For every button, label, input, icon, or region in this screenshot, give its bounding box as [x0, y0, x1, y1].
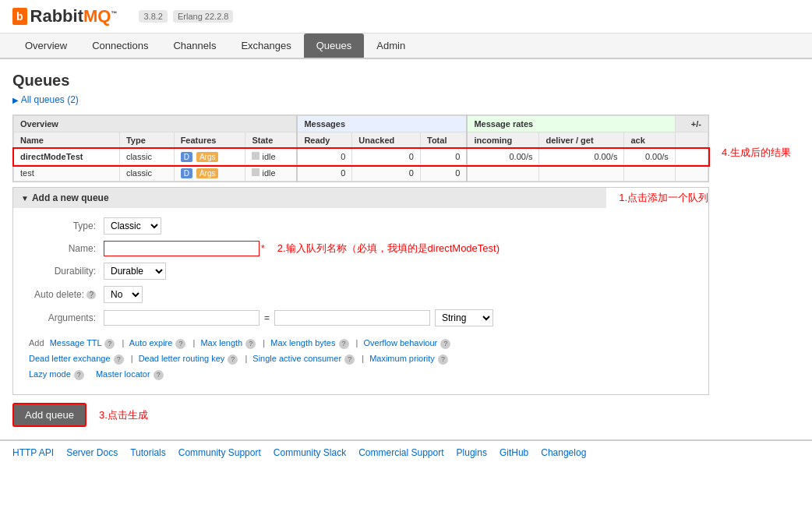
th-ack: ack: [624, 132, 675, 149]
add-links: Add Message TTL ? | Auto expire ? | Max …: [26, 333, 696, 385]
required-marker: *: [261, 243, 265, 254]
cell-name[interactable]: directModeTest: [14, 149, 120, 165]
dlrk-help[interactable]: ?: [228, 355, 238, 365]
erlang-badge: Erlang 22.2.8: [173, 10, 233, 23]
link-lazy-mode[interactable]: Lazy mode: [29, 369, 71, 379]
name-input[interactable]: [104, 241, 259, 256]
cell-unacked: 0: [352, 165, 421, 182]
nav-queues[interactable]: Queues: [304, 34, 365, 58]
lazy-help[interactable]: ?: [74, 370, 84, 380]
queues-table-wrapper: Overview Messages Message rates +/- Name…: [12, 115, 709, 182]
durable-checkbox: [252, 152, 259, 160]
col-header-overview: Overview: [14, 116, 298, 132]
col-header-messages: Messages: [297, 116, 467, 132]
auto-delete-help[interactable]: ?: [86, 291, 96, 299]
cell-state: idle: [245, 149, 297, 165]
type-label: Type:: [26, 220, 104, 231]
table-row[interactable]: test classic D Args idle 0 0: [14, 165, 708, 182]
footer-tutorials[interactable]: Tutorials: [130, 447, 166, 458]
max-length-bytes-help[interactable]: ?: [339, 339, 349, 349]
footer-server-docs[interactable]: Server Docs: [66, 447, 118, 458]
th-deliver-get: deliver / get: [539, 132, 624, 149]
add-queue-button[interactable]: Add queue: [12, 403, 86, 427]
footer-github[interactable]: GitHub: [500, 447, 528, 458]
annotation-step4: 4.生成后的结果: [722, 115, 800, 160]
cell-type: classic: [119, 165, 174, 182]
nav-connections[interactable]: Connections: [79, 34, 161, 58]
main-nav: Overview Connections Channels Exchanges …: [0, 34, 812, 59]
form-row-arguments: Arguments: = String Number Boolean: [26, 309, 696, 326]
auto-delete-select[interactable]: No Yes: [104, 286, 143, 303]
th-incoming: incoming: [467, 132, 539, 149]
th-ready: Ready: [297, 132, 351, 149]
ml-help[interactable]: ?: [154, 370, 164, 380]
add-queue-button-row: Add queue 3.点击生成: [12, 403, 709, 427]
version-badge: 3.8.2: [139, 10, 167, 23]
cell-ack: 0.00/s: [624, 149, 675, 165]
cell-incoming: 0.00/s: [467, 149, 539, 165]
app-header: b RabbitMQ™ 3.8.2 Erlang 22.2.8: [0, 0, 812, 34]
logo: b RabbitMQ™: [12, 6, 117, 26]
durability-select[interactable]: Durable Transient: [104, 263, 166, 280]
all-queues-toggle[interactable]: All queues (2): [12, 94, 800, 105]
arguments-control: = String Number Boolean: [104, 309, 493, 326]
footer-community-slack[interactable]: Community Slack: [274, 447, 346, 458]
form-row-type: Type: Classic Quorum: [26, 217, 696, 235]
dle-help[interactable]: ?: [114, 355, 124, 365]
nav-exchanges[interactable]: Exchanges: [228, 34, 303, 58]
cell-total: 0: [420, 149, 467, 165]
plus-minus[interactable]: +/-: [675, 116, 708, 132]
cell-ready: 0: [297, 149, 351, 165]
nav-channels[interactable]: Channels: [161, 34, 228, 58]
link-max-length[interactable]: Max length: [200, 338, 242, 347]
link-auto-expire[interactable]: Auto expire: [129, 338, 173, 347]
footer-commercial-support[interactable]: Commercial Support: [358, 447, 443, 458]
auto-delete-control: No Yes: [104, 286, 143, 303]
overflow-help[interactable]: ?: [440, 339, 450, 349]
badge-d: D: [181, 168, 192, 178]
link-single-active-consumer[interactable]: Single active consumer: [252, 354, 341, 363]
add-queue-form: Type: Classic Quorum Name:: [13, 208, 708, 394]
footer-http-api[interactable]: HTTP API: [12, 447, 54, 458]
cell-ready: 0: [297, 165, 351, 182]
footer-plugins[interactable]: Plugins: [457, 447, 487, 458]
badge-args: Args: [196, 168, 219, 178]
link-overflow-behaviour[interactable]: Overflow behaviour: [363, 338, 437, 347]
th-extra: [675, 132, 708, 149]
footer-community-support[interactable]: Community Support: [178, 447, 261, 458]
nav-overview[interactable]: Overview: [12, 34, 79, 58]
durability-label: Durability:: [26, 266, 104, 277]
link-master-locator[interactable]: Master locator: [96, 369, 150, 379]
cell-name[interactable]: test: [14, 165, 120, 182]
table-row[interactable]: directModeTest classic D Args idle 0: [14, 149, 708, 165]
annotation-step3: 3.点击生成: [99, 408, 148, 422]
footer: HTTP API Server Docs Tutorials Community…: [0, 439, 812, 464]
annotation-step2: 2.输入队列名称（必填，我填的是directModeTest): [277, 242, 500, 256]
cell-total: 0: [420, 165, 467, 182]
args-type-select[interactable]: String Number Boolean: [435, 309, 493, 326]
main-content: Queues All queues (2) Overview Messages …: [0, 59, 812, 439]
link-maximum-priority[interactable]: Maximum priority: [369, 354, 435, 363]
max-length-help[interactable]: ?: [245, 339, 256, 349]
type-select[interactable]: Classic Quorum: [104, 217, 161, 235]
mp-help[interactable]: ?: [438, 355, 448, 365]
link-message-ttl[interactable]: Message TTL: [50, 338, 102, 347]
link-max-length-bytes[interactable]: Max length bytes: [270, 338, 335, 347]
durable-checkbox: [252, 168, 259, 176]
link-dead-letter-exchange[interactable]: Dead letter exchange: [29, 354, 111, 363]
message-ttl-help[interactable]: ?: [104, 339, 115, 349]
sac-help[interactable]: ?: [344, 355, 355, 365]
name-control: * 2.输入队列名称（必填，我填的是directModeTest): [104, 241, 500, 256]
cell-deliver-get: [539, 165, 624, 182]
cell-incoming: [467, 165, 539, 182]
badge-args: Args: [196, 152, 219, 162]
add-queue-header[interactable]: Add a new queue: [13, 188, 606, 208]
nav-admin[interactable]: Admin: [364, 34, 418, 58]
durability-control: Durable Transient: [104, 263, 166, 280]
footer-changelog[interactable]: Changelog: [541, 447, 586, 458]
queues-table: Overview Messages Message rates +/- Name…: [13, 115, 708, 182]
args-val-input[interactable]: [274, 310, 430, 326]
args-key-input[interactable]: [104, 310, 259, 326]
link-dead-letter-routing-key[interactable]: Dead letter routing key: [139, 354, 225, 363]
auto-expire-help[interactable]: ?: [175, 339, 185, 349]
